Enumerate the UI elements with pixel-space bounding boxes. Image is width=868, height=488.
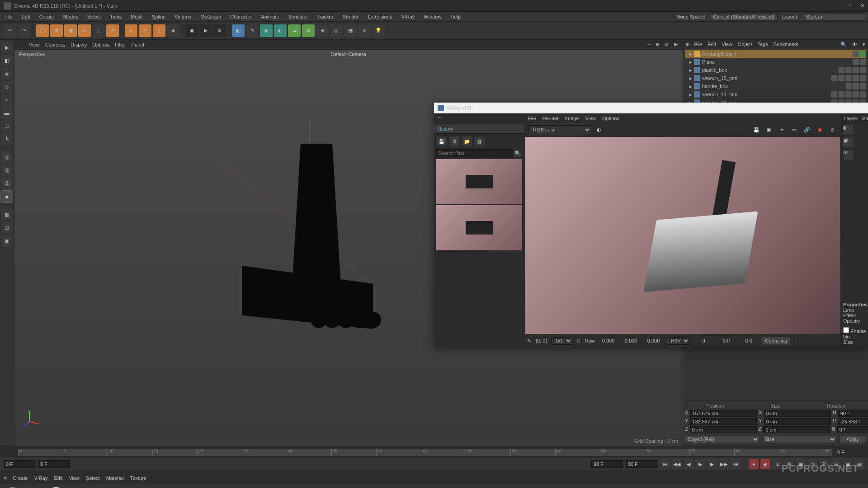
menu-animate[interactable]: Animate [256, 14, 283, 19]
menu-select[interactable]: Select [83, 14, 106, 19]
vfb-region-icon[interactable]: ✦ [777, 125, 787, 135]
menu-character[interactable]: Character [226, 14, 256, 19]
obj-row[interactable]: ▸ wrench_15_mm [685, 74, 866, 82]
generator-button[interactable]: ◉ [260, 24, 273, 37]
tag-icon[interactable] [853, 75, 859, 81]
tag-icon[interactable] [860, 59, 866, 65]
poly-mode-button[interactable]: ▭ [1, 120, 13, 132]
size-y-input[interactable] [764, 418, 831, 425]
obj-row[interactable]: ▸ Plane [685, 58, 866, 66]
move-tool[interactable]: ✥ [50, 24, 63, 37]
autokey-button[interactable]: ◉ [760, 459, 770, 469]
undo-button[interactable]: ↶ [4, 24, 16, 37]
vfb-delete-icon[interactable]: 🗑 [475, 136, 485, 146]
mat-select[interactable]: Select [86, 475, 100, 481]
vfb-layer-tool-2[interactable]: ▣ [843, 137, 853, 147]
vfb-stop-icon[interactable]: ⏹ [815, 125, 825, 135]
point-mode-button[interactable]: ▫ [1, 94, 13, 106]
vfb-load-icon[interactable]: 📁 [462, 136, 472, 146]
obj-row[interactable]: ▸ wrench_13_mm [685, 90, 866, 99]
snap-enable-button[interactable]: Ⓢ [1, 151, 13, 163]
menu-tracker[interactable]: Tracker [312, 14, 338, 19]
vfb-track-icon[interactable]: ▭ [789, 125, 799, 135]
rot-p-input[interactable] [838, 418, 868, 425]
timeline[interactable]: 0 5 10 15 20 25 30 35 40 45 50 55 60 65 … [0, 446, 868, 457]
tag-icon[interactable] [853, 83, 859, 89]
menu-window[interactable]: Window [419, 14, 446, 19]
maximize-icon[interactable]: □ [849, 3, 852, 9]
menu-file[interactable]: File [0, 14, 17, 19]
tag-icon[interactable] [860, 91, 866, 98]
mat-view[interactable]: View [69, 475, 80, 481]
search-icon[interactable]: 🔍 [513, 149, 522, 157]
vfb-layer-tool-3[interactable]: 👁 [843, 150, 853, 160]
tag-icon[interactable] [860, 75, 866, 81]
size-z-input[interactable] [763, 426, 830, 433]
vfb-bucket-icon[interactable]: ▣ [764, 125, 774, 135]
next-key-button[interactable]: ▶▶ [719, 459, 729, 469]
vfb-compare-icon[interactable]: ⇅ [449, 136, 459, 146]
vfb-hsv-select[interactable]: HSV [667, 337, 690, 345]
coord-size-select[interactable]: Size [762, 435, 837, 443]
menu-mograph[interactable]: MoGraph [196, 14, 226, 19]
node-space-select[interactable]: Current (Standard/Physical) [710, 13, 778, 20]
camera-button[interactable]: ✿ [302, 24, 315, 37]
rot-h-input[interactable] [838, 410, 868, 417]
mat-create[interactable]: Create [13, 475, 28, 481]
pos-x-input[interactable] [690, 410, 757, 417]
vfb-link-icon[interactable]: 🔗 [802, 125, 812, 135]
vray-vfb-window[interactable]: V-Ray VFB ≡ History 💾 ⇅ 📁 🗑 🔍 File [434, 103, 868, 347]
vfb-menu-view[interactable]: View [585, 116, 596, 121]
record-button[interactable]: ● [749, 459, 759, 469]
primitive-cube-button[interactable]: ◧ [232, 24, 245, 37]
material-manager[interactable]: V-Ray M V-Ray M V-Ray M [0, 484, 868, 488]
objmgr-file[interactable]: File [694, 42, 702, 47]
scale-tool[interactable]: ▦ [64, 24, 77, 37]
texture-mode-button[interactable]: ◈ [1, 68, 13, 80]
objmgr-list[interactable]: ▸ Rectangle Light ▸ Plane ▸ plastic_box … [683, 49, 868, 108]
vfb-menu-file[interactable]: File [528, 116, 536, 121]
editable-button[interactable]: ▶ [1, 42, 13, 53]
tag-icon[interactable] [853, 91, 859, 98]
vp-menu-view[interactable]: View [29, 42, 40, 47]
tag-icon[interactable] [838, 75, 844, 81]
vfb-render-view[interactable] [525, 137, 840, 334]
menu-volume[interactable]: Volume [170, 14, 196, 19]
misc-button[interactable]: ▣ [1, 235, 13, 247]
frame-preview-end-input[interactable] [591, 460, 623, 468]
tag-icon[interactable] [853, 51, 859, 57]
goto-start-button[interactable]: ⏮ [660, 459, 670, 469]
vfb-history-tab[interactable]: History [434, 124, 524, 134]
mat-material[interactable]: Material [106, 475, 124, 481]
close-icon[interactable]: ✕ [860, 3, 864, 9]
frame-preview-start-input[interactable] [38, 460, 70, 468]
coord-mode-select[interactable]: Object (Rel) [685, 435, 760, 443]
prev-frame-button[interactable]: ◀ [684, 459, 693, 469]
menu-create[interactable]: Create [35, 14, 59, 19]
obj-row[interactable]: ▸ plastic_box [685, 66, 866, 74]
menu-mesh[interactable]: Mesh [126, 14, 147, 19]
vfb-sphere-icon[interactable]: ◐ [594, 125, 604, 135]
mat-vray[interactable]: V-Ray [34, 475, 47, 481]
vfb-curve-icon[interactable]: ⎍ [577, 338, 580, 343]
tag-icon[interactable] [860, 51, 866, 57]
vfb-search-input[interactable] [436, 149, 513, 157]
vfb-menu-icon[interactable]: ≡ [794, 338, 797, 343]
menu-tools[interactable]: Tools [105, 14, 126, 19]
pos-z-input[interactable] [690, 426, 757, 433]
world-axis[interactable]: ◈ [167, 24, 179, 37]
obj-row[interactable]: ▸ handle_box [685, 82, 866, 90]
vfb-menu-render[interactable]: Render [542, 116, 559, 121]
timeline-track[interactable]: 0 5 10 15 20 25 30 35 40 45 50 55 60 65 … [18, 449, 832, 456]
y-axis-lock[interactable]: Y [139, 24, 151, 37]
menu-simulate[interactable]: Simulate [284, 14, 312, 19]
workplane-snap-button[interactable]: ◆ [1, 191, 13, 202]
bulb-button[interactable]: 💡 [372, 24, 385, 37]
mesh-check-button[interactable]: ▦ [1, 209, 13, 221]
vp-nav-3-icon[interactable]: ⟳ [665, 42, 671, 48]
pos-y-input[interactable] [690, 418, 757, 425]
vfb-stats-tab[interactable]: Sta [860, 115, 868, 122]
vfb-history-thumb[interactable] [436, 159, 522, 204]
objmgr-edit[interactable]: Edit [708, 42, 716, 47]
play-button[interactable]: ▶ [695, 459, 705, 469]
